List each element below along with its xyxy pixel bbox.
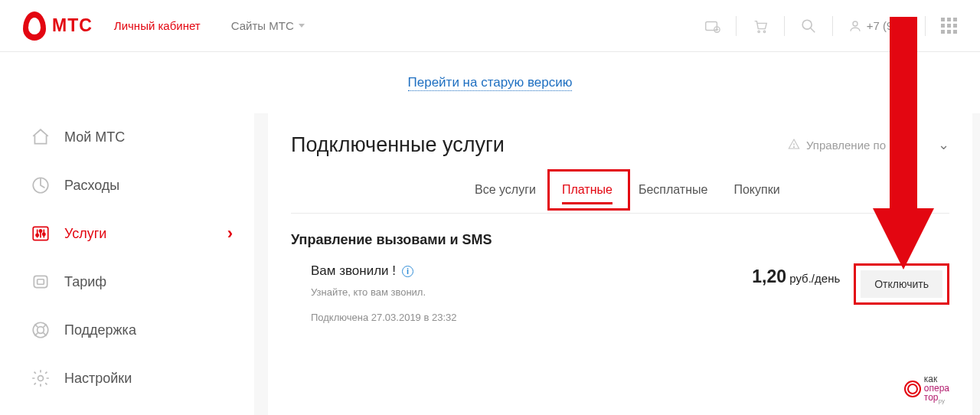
main-content: Подключенные услуги Управление по ⌄ Все …: [268, 113, 972, 415]
svg-rect-20: [38, 279, 44, 285]
home-icon: [31, 127, 51, 147]
sites-label: Сайты МТС: [231, 19, 294, 32]
service-description: Узнайте, кто вам звонил.: [311, 286, 752, 298]
svg-rect-19: [34, 276, 47, 287]
service-connected-date: Подключена 27.03.2019 в 23:32: [311, 312, 752, 323]
sidebar-item-settings[interactable]: Настройки: [0, 355, 254, 403]
clock-icon: [31, 175, 51, 195]
watermark-icon: [904, 381, 921, 397]
header: МТС Личный кабинет Сайты МТС +7 (917): [0, 0, 980, 52]
sidebar-item-label: Настройки: [64, 371, 132, 387]
user-icon: [848, 19, 862, 33]
sidebar-item-label: Услуги: [64, 226, 106, 242]
svg-point-6: [758, 31, 760, 32]
sites-dropdown[interactable]: Сайты МТС: [231, 19, 305, 32]
sliders-icon: [31, 224, 51, 243]
sidebar-item-services[interactable]: Услуги ›: [0, 210, 254, 258]
svg-point-27: [38, 376, 44, 381]
search-icon[interactable]: [800, 18, 817, 34]
sidebar-item-expenses[interactable]: Расходы: [0, 162, 254, 210]
chevron-right-icon: ›: [227, 224, 233, 243]
svg-rect-2: [705, 21, 717, 30]
manage-subscriptions-link[interactable]: Управление по ⌄: [788, 136, 949, 153]
tab-purchases[interactable]: Покупки: [733, 178, 779, 209]
chevron-down-icon: ⌄: [938, 136, 949, 153]
egg-icon: [23, 11, 46, 41]
warning-icon: [788, 138, 800, 152]
service-name: Вам звонили ! i: [311, 263, 752, 279]
svg-point-17: [39, 230, 41, 232]
svg-point-8: [802, 20, 812, 29]
chevron-down-icon: [299, 24, 305, 28]
sidebar-item-label: Тариф: [64, 274, 106, 290]
annotation-highlight-button: Отключить: [854, 263, 949, 305]
svg-line-23: [34, 324, 38, 327]
old-version-link[interactable]: Перейти на старую версию: [408, 75, 573, 91]
manage-label: Управление по: [806, 139, 886, 152]
svg-point-16: [36, 234, 38, 237]
sidebar-item-label: Мой МТС: [64, 129, 125, 145]
sidebar-item-tariff[interactable]: Тариф: [0, 258, 254, 306]
price-unit: руб./день: [789, 272, 840, 285]
watermark-logo: как опера торру: [904, 374, 949, 404]
gear-icon: [31, 368, 51, 388]
divider: [925, 16, 926, 36]
sidebar-item-label: Поддержка: [64, 322, 136, 338]
svg-line-25: [43, 324, 46, 327]
sidebar-item-label: Расходы: [64, 178, 119, 194]
old-version-banner: Перейти на старую версию: [0, 52, 980, 113]
service-tabs: Все услуги Платные Бесплатные Покупки: [291, 178, 949, 214]
svg-line-9: [810, 28, 815, 32]
tab-free[interactable]: Бесплатные: [639, 178, 708, 209]
sidebar-item-support[interactable]: Поддержка: [0, 306, 254, 355]
svg-line-24: [43, 332, 46, 335]
svg-point-18: [43, 233, 45, 235]
section-title: Управление вызовами и SMS: [291, 232, 949, 248]
service-price: 1,20 руб./день: [752, 266, 840, 287]
svg-point-7: [763, 31, 765, 32]
svg-point-29: [793, 146, 794, 147]
brand-text: МТС: [52, 15, 93, 36]
user-phone[interactable]: +7 (917): [848, 19, 910, 33]
sidebar-item-my-mts[interactable]: Мой МТС: [0, 113, 254, 162]
sim-icon: [31, 272, 51, 292]
personal-cabinet-link[interactable]: Личный кабинет: [114, 19, 201, 32]
divider: [832, 16, 833, 36]
divider: [736, 16, 737, 36]
header-actions: +7 (917): [704, 16, 957, 36]
info-icon[interactable]: i: [402, 266, 413, 277]
brand-logo[interactable]: МТС: [23, 11, 93, 41]
apps-grid-icon[interactable]: [941, 18, 957, 34]
phone-number: +7 (917): [867, 19, 910, 32]
sidebar: Мой МТС Расходы Услуги › Тариф Поддерж: [0, 113, 254, 415]
lifebuoy-icon: [31, 320, 51, 340]
disable-button[interactable]: Отключить: [861, 270, 942, 298]
divider: [784, 16, 785, 36]
tab-all[interactable]: Все услуги: [475, 178, 536, 209]
service-row: Вам звонили ! i Узнайте, кто вам звонил.…: [291, 263, 949, 323]
svg-point-10: [853, 21, 858, 26]
tab-paid[interactable]: Платные: [562, 178, 612, 209]
cart-icon[interactable]: [752, 18, 769, 34]
card-icon[interactable]: [704, 18, 720, 34]
svg-point-22: [38, 327, 44, 334]
price-number: 1,20: [752, 266, 786, 286]
service-name-text: Вам звонили !: [311, 263, 396, 279]
svg-line-26: [34, 332, 38, 335]
